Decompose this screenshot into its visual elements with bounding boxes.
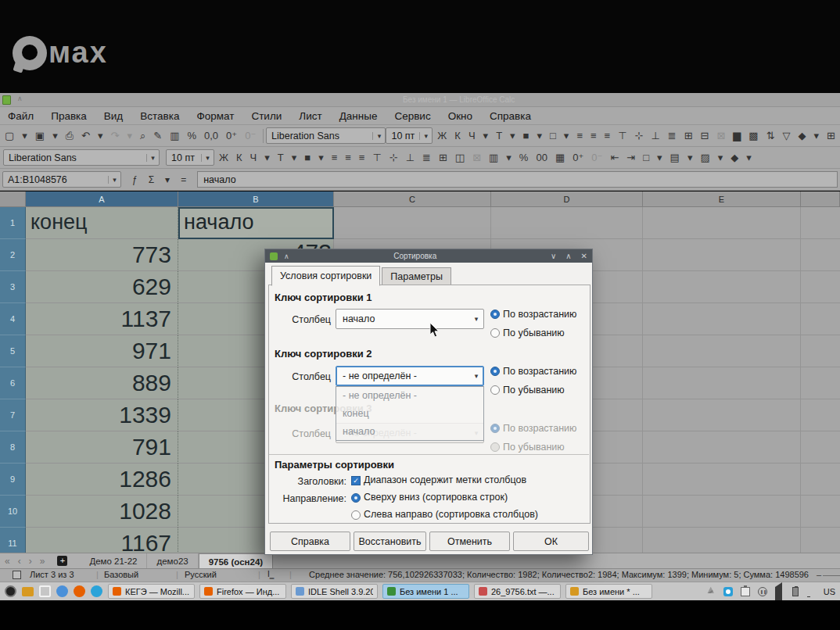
cell[interactable] [643,431,801,464]
conditional-dropdown-icon[interactable]: ▾ [814,130,820,141]
add-decimal-icon[interactable]: 0⁺ [226,130,237,141]
task-idle-shell[interactable]: IDLE Shell 3.9.20 [291,584,378,599]
row-header[interactable]: 5 [0,335,26,367]
zoom-out-icon[interactable]: – [817,570,821,579]
print-icon[interactable]: ⎙ [66,130,74,142]
column-header-stub[interactable] [801,192,840,207]
insert-image-icon[interactable]: ▩ [748,130,758,141]
underline-dropdown-icon[interactable]: ▾ [264,152,270,163]
selection-statistics[interactable]: Среднее значение: 756,102926337033; Коли… [309,570,809,579]
find-replace-icon[interactable]: ⌕ [140,130,145,142]
menu-format[interactable]: Формат [196,110,234,122]
row-header[interactable]: 8 [0,431,26,464]
cell-column-a[interactable]: 791 [26,431,178,464]
key2-ascending-radio[interactable] [490,367,500,376]
center-vertically-icon[interactable]: ⊹ [635,130,644,141]
battery-icon[interactable] [792,587,799,596]
start-menu-icon[interactable] [5,585,16,597]
dropdown-option[interactable]: конец [336,405,483,423]
maximize-icon[interactable]: ∧ [565,252,571,260]
delete-decimal-icon[interactable]: 0⁻ [591,152,602,163]
keyboard-layout-indicator[interactable]: US [824,587,835,596]
cell-column-a[interactable]: 971 [26,335,178,367]
chromium-icon[interactable] [56,585,68,597]
cell-b1-active[interactable]: начало [178,207,334,239]
currency-format-icon[interactable]: ▥ [170,130,179,141]
undo-icon[interactable]: ↶ [81,130,90,141]
align-left-icon[interactable]: ≡ [332,152,338,163]
background-dropdown-icon[interactable]: ▾ [318,152,324,163]
row-header[interactable]: 11 [0,528,26,553]
row-header[interactable]: 3 [0,271,26,303]
formula-input[interactable]: начало [197,171,838,188]
menu-data[interactable]: Данные [339,110,378,122]
merge-center-icon[interactable]: ◫ [455,152,465,163]
cell[interactable] [801,496,840,528]
add-decimal-icon[interactable]: 0⁺ [573,152,583,163]
column-header-d[interactable]: D [491,192,643,207]
borders-icon[interactable]: □ [643,152,649,163]
undo-dropdown-icon[interactable]: ▾ [98,130,103,141]
currency-format-icon[interactable]: ▥ [489,152,498,163]
align-bottom-icon[interactable]: ⊥ [406,152,415,163]
task-kege-firefox[interactable]: КЕГЭ — Mozill... [108,584,195,599]
prev-sheet-icon[interactable]: ‹ [18,556,21,567]
autofilter-icon[interactable]: ▽ [783,130,791,141]
align-center-icon[interactable]: ≡ [591,130,597,141]
cell[interactable] [801,367,840,399]
column-header-b[interactable]: B [178,192,334,207]
cancel-button[interactable]: Отменить [429,532,510,551]
tab-sort-criteria[interactable]: Условия сортировки [271,266,380,286]
key1-descending-radio[interactable] [490,328,500,338]
currency-dropdown-icon[interactable]: ▾ [506,152,512,163]
dialog-titlebar[interactable]: ∧ Сортировка ∨ ∧ ✕ [265,249,592,263]
delete-decimal-icon[interactable]: 0⁻ [245,130,256,141]
menu-window[interactable]: Окно [448,110,472,122]
row-header[interactable]: 6 [0,367,26,399]
function-wizard-icon[interactable]: ƒ [131,174,139,185]
cell[interactable] [801,464,840,496]
underline-icon[interactable]: Ч [468,130,476,141]
ok-button[interactable]: ОК [513,532,589,551]
cell[interactable] [801,207,840,239]
cell[interactable] [643,399,801,431]
align-right-icon[interactable]: ≡ [359,152,365,163]
menu-styles[interactable]: Стили [251,110,282,122]
italic-icon[interactable]: К [236,152,242,163]
sort-key-2-column-combo[interactable]: - не определён - ▾ [336,366,484,386]
align-bottom-icon[interactable]: ⊥ [651,130,659,141]
merge-cells-icon[interactable]: ⊞ [684,130,693,141]
row-header[interactable]: 9 [0,464,26,496]
menu-insert[interactable]: Вставка [140,110,179,122]
menu-sheet[interactable]: Лист [299,110,321,122]
cell[interactable] [643,239,801,271]
key1-ascending-radio[interactable] [490,310,500,319]
bold-icon[interactable]: Ж [437,130,447,141]
bold-icon[interactable]: Ж [219,152,228,163]
borders-dropdown-icon[interactable]: ▾ [657,152,662,163]
number-format-icon[interactable]: 0,0 [204,130,218,141]
key2-descending-radio[interactable] [490,385,500,395]
column-header-a[interactable]: A [26,192,178,207]
sheet-tab-demo23[interactable]: демо23 [147,553,198,569]
date-format-icon[interactable]: ▦ [555,152,565,163]
menu-edit[interactable]: Правка [51,110,87,122]
notifications-muted-icon[interactable] [706,587,716,596]
top-to-bottom-radio[interactable] [351,493,361,503]
background-dropdown-icon[interactable]: ▾ [564,130,569,141]
minimize-icon[interactable]: ∨ [551,252,556,260]
background-color-icon[interactable]: ■ [304,152,311,163]
sheet-number-status[interactable]: Лист 3 из 3 [30,570,74,579]
row-header[interactable]: 10 [0,496,26,528]
background-color-icon[interactable]: □ [550,130,556,141]
cell-column-a[interactable]: 1286 [26,464,178,496]
underline-dropdown-icon[interactable]: ▾ [483,130,489,141]
cell[interactable] [801,399,840,431]
chevron-down-icon[interactable]: ▾ [469,315,483,323]
cell[interactable] [643,464,801,496]
font-color-icon[interactable]: Т [278,152,284,163]
decrease-indent-icon[interactable]: ⇤ [610,152,619,163]
firefox-icon[interactable] [74,585,85,597]
cell[interactable] [801,431,840,464]
percent-format-icon[interactable]: % [187,130,196,141]
